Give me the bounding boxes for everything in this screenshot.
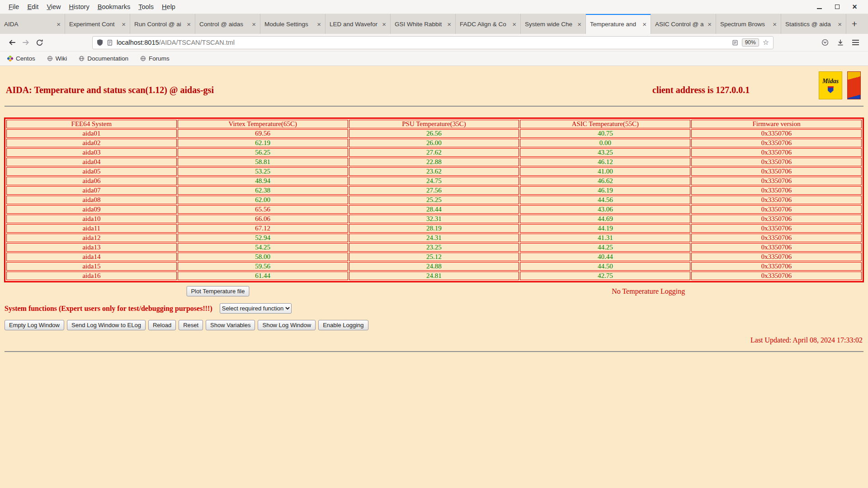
table-row-aida04: aida0458.8122.8846.120x3350706 [6,158,862,166]
temperature-logging-status: No Temperature Logging [612,287,685,296]
reload-icon [36,39,43,47]
pocket-icon[interactable] [821,39,829,46]
bookmark-forums[interactable]: Forums [140,55,170,62]
tab-close-icon[interactable]: × [773,21,777,28]
bookmark-centos[interactable]: Centos [7,55,35,62]
back-icon [8,38,16,47]
tab-close-icon[interactable]: × [838,21,842,28]
asic-temperature: 46.12 [520,158,690,166]
firmware-version: 0x3350706 [691,167,862,176]
asic-temperature: 42.75 [520,272,690,280]
tab-control-aidas[interactable]: Control @ aidas× [195,14,260,34]
zoom-level-badge[interactable]: 90% [742,38,759,47]
plot-temperature-file-button[interactable]: Plot Temperature file [186,286,249,296]
close-window-button[interactable]: × [851,4,858,10]
new-tab-button[interactable]: + [846,14,863,34]
tab-led-and-wavefor[interactable]: LED and Wavefor× [326,14,391,34]
tab-temperature-and[interactable]: Temperature and× [586,14,651,34]
table-row-aida15: aida1559.5624.8844.500x3350706 [6,262,862,271]
tab-experiment-cont[interactable]: Experiment Cont× [65,14,130,34]
tab-close-icon[interactable]: × [512,21,516,28]
asic-temperature: 46.62 [520,177,690,185]
col-header-psu-temperature: PSU Temperature(35C) [349,120,519,128]
psu-temperature: 26.00 [349,139,519,147]
reset-button[interactable]: Reset [179,320,203,330]
psu-temperature: 24.88 [349,262,519,271]
menu-tools[interactable]: Tools [134,2,158,12]
tab-system-wide-che[interactable]: System wide Che× [521,14,586,34]
menu-view[interactable]: View [42,2,65,12]
psu-temperature: 24.81 [349,272,519,280]
menu-bookmarks[interactable]: Bookmarks [94,2,135,12]
site-info-icon[interactable] [107,39,113,46]
table-row-aida05: aida0553.2523.6241.000x3350706 [6,167,862,176]
maximize-icon [835,5,840,9]
asic-temperature: 44.50 [520,262,690,271]
asic-temperature: 41.31 [520,234,690,242]
bookmark-label: Documentation [87,55,128,62]
tab-fadc-align-co[interactable]: FADC Align & Co× [456,14,521,34]
maximize-button[interactable] [834,4,840,10]
tab-title: Temperature and [590,21,640,28]
firmware-version: 0x3350706 [691,253,862,261]
send-log-window-to-elog-button[interactable]: Send Log Window to ELog [67,320,146,330]
minimize-button[interactable] [816,4,823,10]
menu-bar: FileEditViewHistoryBookmarksToolsHelp × [0,0,868,14]
back-button[interactable] [5,36,19,49]
forward-icon [22,38,30,47]
url-bar[interactable]: localhost:8015/AIDA/TSCAN/TSCAN.tml 90% … [92,36,774,49]
tab-asic-control-a[interactable]: ASIC Control @ a× [651,14,716,34]
tab-close-icon[interactable]: × [252,21,256,28]
plot-row: Plot Temperature file No Temperature Log… [0,282,868,300]
bookmark-star-icon[interactable]: ☆ [763,39,769,46]
bookmark-wiki[interactable]: Wiki [47,55,67,62]
tracking-shield-icon[interactable] [97,39,103,46]
tab-aida[interactable]: AIDA× [0,14,65,34]
tab-close-icon[interactable]: × [187,21,191,28]
tab-title: Statistics @ aida [785,21,835,28]
reload-button[interactable] [33,36,46,49]
tab-title: GSI White Rabbit [395,21,445,28]
enable-logging-button[interactable]: Enable Logging [318,320,368,330]
menu-help[interactable]: Help [158,2,179,12]
reload-button[interactable]: Reload [148,320,176,330]
tab-spectrum-brows[interactable]: Spectrum Brows× [716,14,781,34]
tab-title: System wide Che [525,21,575,28]
menu-file[interactable]: File [5,2,23,12]
virtex-temperature: 62.00 [178,196,348,204]
tab-run-control-ai[interactable]: Run Control @ ai× [130,14,195,34]
asic-temperature: 44.69 [520,215,690,223]
tab-close-icon[interactable]: × [317,21,321,28]
tab-close-icon[interactable]: × [447,21,451,28]
psu-temperature: 24.75 [349,177,519,185]
menu-history[interactable]: History [65,2,94,12]
tab-close-icon[interactable]: × [122,21,126,28]
tab-title: ASIC Control @ a [655,21,705,28]
tabs-container: AIDA×Experiment Cont×Run Control @ ai×Co… [0,14,846,34]
tab-gsi-white-rabbit[interactable]: GSI White Rabbit× [391,14,456,34]
tab-close-icon[interactable]: × [642,21,646,28]
firmware-version: 0x3350706 [691,215,862,223]
forward-button[interactable] [19,36,33,49]
function-select[interactable]: Select required function [220,303,292,314]
logos: Midas [819,71,861,99]
reader-mode-icon[interactable] [732,39,738,46]
app-menu-icon[interactable] [852,39,859,46]
show-log-window-button[interactable]: Show Log Window [258,320,316,330]
tab-close-icon[interactable]: × [708,21,712,28]
tab-statistics-aida[interactable]: Statistics @ aida× [781,14,846,34]
table-row-aida01: aida0169.5626.5640.750x3350706 [6,129,862,138]
url-text[interactable]: localhost:8015/AIDA/TSCAN/TSCAN.tml [117,39,728,46]
downloads-icon[interactable] [837,39,844,46]
tab-close-icon[interactable]: × [382,21,386,28]
tab-close-icon[interactable]: × [57,21,61,28]
show-variables-button[interactable]: Show Variables [206,320,255,330]
tab-close-icon[interactable]: × [577,21,581,28]
bookmark-documentation[interactable]: Documentation [79,55,128,62]
menu-edit[interactable]: Edit [23,2,42,12]
tab-module-settings[interactable]: Module Settings× [260,14,326,34]
midas-shield-icon [828,86,834,93]
empty-log-window-button[interactable]: Empty Log Window [5,320,64,330]
fee64-system: aida15 [6,262,177,271]
psu-temperature: 27.62 [349,148,519,157]
